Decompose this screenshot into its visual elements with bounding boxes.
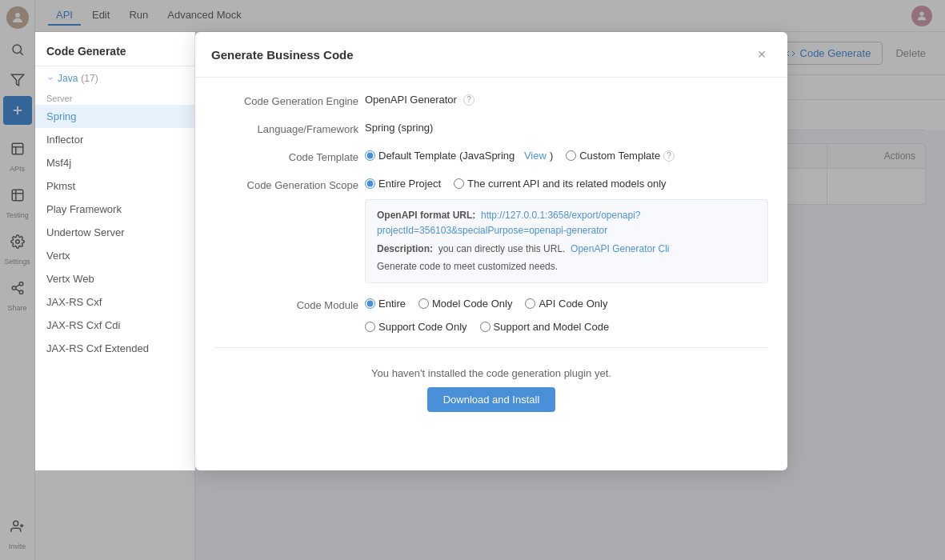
install-note: You haven't installed the code generatio… xyxy=(214,367,768,379)
install-button[interactable]: Download and Install xyxy=(427,387,556,412)
info-url-label: OpenAPI format URL: xyxy=(377,210,475,221)
info-cli-link[interactable]: OpenAPI Generator Cli xyxy=(571,243,669,254)
info-box: OpenAPI format URL: http://127.0.0.1:365… xyxy=(365,199,768,283)
engine-help-icon[interactable]: ? xyxy=(463,94,475,106)
module-label: Code Module xyxy=(214,298,358,311)
scope-current-radio[interactable]: The current API and its related models o… xyxy=(454,178,667,190)
engine-value: OpenAPI Generator ? xyxy=(365,94,768,106)
server-section: Server xyxy=(35,90,194,105)
framework-msf4j[interactable]: Msf4j xyxy=(35,151,194,174)
framework-jaxrs-cxf-cdi[interactable]: JAX-RS Cxf Cdi xyxy=(35,314,194,337)
info-generate-line: Generate code to meet customized needs. xyxy=(377,259,756,274)
framework-inflector[interactable]: Inflector xyxy=(35,128,194,151)
scope-row: Code Generation Scope Entire Project The… xyxy=(214,178,768,283)
framework-spring[interactable]: Spring xyxy=(35,105,194,128)
framework-vertx[interactable]: Vertx xyxy=(35,244,194,267)
info-url-line: OpenAPI format URL: http://127.0.0.1:365… xyxy=(377,208,756,238)
divider xyxy=(214,347,768,348)
template-label: Code Template xyxy=(214,150,358,163)
template-custom-radio[interactable]: Custom Template ? xyxy=(566,150,675,162)
modal-close-button[interactable]: × xyxy=(752,45,771,64)
code-generate-panel: Code Generate Java (17) Server Spring In… xyxy=(35,32,195,470)
info-desc-line: Description: you can directly use this U… xyxy=(377,242,756,257)
template-radio-group: Default Template (JavaSpring View) Custo… xyxy=(365,150,675,162)
module-radio-group: Entire Model Code Only API Code Only xyxy=(365,298,607,310)
business-code-modal: Generate Business Code × Code Generation… xyxy=(195,32,787,470)
framework-jaxrs-cxf-ext[interactable]: JAX-RS Cxf Extended xyxy=(35,337,194,360)
modal-title: Generate Business Code xyxy=(211,48,354,62)
java-section: Java (17) xyxy=(35,66,194,87)
framework-vertx-web[interactable]: Vertx Web xyxy=(35,267,194,290)
scope-value: Entire Project The current API and its r… xyxy=(365,178,768,283)
modal-body: Code Generation Engine OpenAPI Generator… xyxy=(195,78,787,470)
module-api-radio[interactable]: API Code Only xyxy=(525,298,607,310)
install-section: You haven't installed the code generatio… xyxy=(214,358,768,422)
module-value: Entire Model Code Only API Code Only Sup… xyxy=(365,298,768,333)
language-row: Language/Framework Spring (spring) xyxy=(214,122,768,135)
language-value: Spring (spring) xyxy=(365,122,768,134)
module-model-radio[interactable]: Model Code Only xyxy=(418,298,512,310)
template-view-link[interactable]: View xyxy=(524,150,547,162)
framework-jaxrs-cxf[interactable]: JAX-RS Cxf xyxy=(35,290,194,314)
module-support-radio[interactable]: Support Code Only xyxy=(365,321,467,333)
info-desc-label: Description: xyxy=(377,243,433,254)
engine-row: Code Generation Engine OpenAPI Generator… xyxy=(214,94,768,107)
template-value: Default Template (JavaSpring View) Custo… xyxy=(365,150,768,162)
scope-entire-radio[interactable]: Entire Project xyxy=(365,178,441,190)
engine-label: Code Generation Engine xyxy=(214,94,358,107)
modal-header: Generate Business Code × xyxy=(195,32,787,78)
code-gen-title: Code Generate xyxy=(35,32,194,66)
framework-play[interactable]: Play Framework xyxy=(35,198,194,221)
template-help-icon[interactable]: ? xyxy=(663,150,675,162)
module-support-model-radio[interactable]: Support and Model Code xyxy=(480,321,610,333)
module-row: Code Module Entire Model Code Only API C… xyxy=(214,298,768,333)
framework-pkmst[interactable]: Pkmst xyxy=(35,174,194,198)
scope-label: Code Generation Scope xyxy=(214,178,358,191)
template-row: Code Template Default Template (JavaSpri… xyxy=(214,150,768,163)
module-radio-group-2: Support Code Only Support and Model Code xyxy=(365,321,609,333)
java-label: Java xyxy=(58,73,78,84)
template-default-radio[interactable]: Default Template (JavaSpring View) xyxy=(365,150,553,162)
language-label: Language/Framework xyxy=(214,122,358,135)
framework-undertow[interactable]: Undertow Server xyxy=(35,221,194,244)
scope-radio-group: Entire Project The current API and its r… xyxy=(365,178,667,190)
module-entire-radio[interactable]: Entire xyxy=(365,298,406,310)
java-count: (17) xyxy=(81,73,98,84)
